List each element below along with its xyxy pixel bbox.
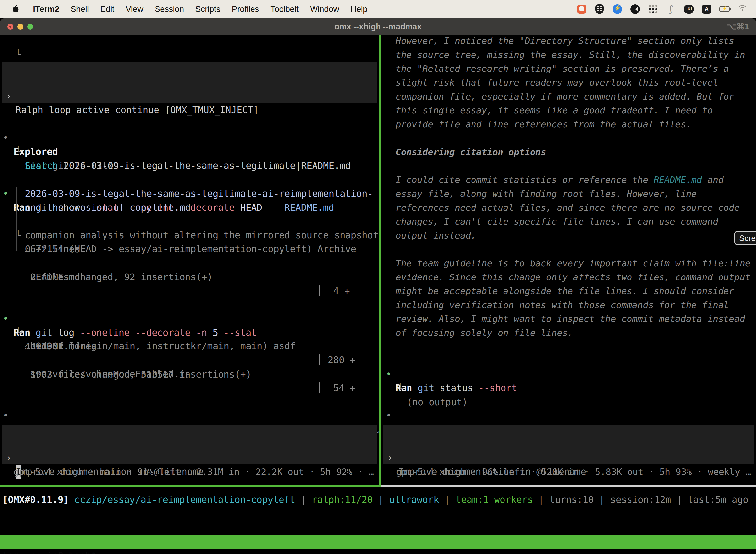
thinking-line: However, I noticed the "Directory Struct… <box>396 35 734 48</box>
head-token: HEAD <box>240 202 268 213</box>
thinking-line: of focusing solely on file lines. <box>396 326 573 340</box>
tree-corner-icon: └ <box>15 228 21 242</box>
dots-grid-icon[interactable] <box>648 4 658 14</box>
menu-edit[interactable]: Edit <box>94 4 120 14</box>
git-show-more: … +2 lines <box>25 242 80 257</box>
separator: | <box>296 494 312 505</box>
squiggle-icon[interactable]: ʃ <box>666 4 676 14</box>
menu-shell[interactable]: Shell <box>65 4 94 14</box>
menu-view[interactable]: View <box>120 4 149 14</box>
thinking-line: slight risk that future readers may over… <box>396 76 718 90</box>
menu-toolbelt[interactable]: Toolbelt <box>265 4 304 14</box>
bullet-icon: • <box>386 409 391 423</box>
readme-link[interactable]: README.md <box>653 175 702 185</box>
separator: | <box>373 494 389 505</box>
menu-help[interactable]: Help <box>345 4 373 14</box>
menubar: iTerm2 Shell Edit View Session Scripts P… <box>0 0 756 18</box>
menu-items: iTerm2 Shell Edit View Session Scripts P… <box>27 4 373 14</box>
git-show-file-line2: and-the-erosion-of-copyleft.md <box>25 201 190 215</box>
separator: | <box>533 494 550 505</box>
git-log-more: … +1901 lines <box>25 340 97 353</box>
menu-profiles[interactable]: Profiles <box>226 4 265 14</box>
thinking-line: this single essay, it seems like a good … <box>396 104 713 117</box>
file-token: README.md <box>285 202 334 213</box>
circle-logo-icon[interactable] <box>630 4 640 14</box>
inject-text: Ralph loop active continue [OMX_TMUX_INJ… <box>16 103 259 117</box>
thinking-line: the source tree, missing the essay. Stil… <box>396 48 745 62</box>
thinking-line: provide file and line references from th… <box>396 117 691 131</box>
menu-window[interactable]: Window <box>304 4 345 14</box>
thinking-line: evidence. Since this change only affects… <box>396 270 750 284</box>
wifi-icon[interactable] <box>737 4 748 14</box>
thinking-line: changes, I can't cite specific file line… <box>396 215 718 229</box>
subcommand-token: status <box>440 383 479 393</box>
search-target: 2026-03-09-is-legal-the-same-as-legitima… <box>58 160 351 171</box>
thinking-text: and <box>702 175 723 185</box>
flags-token: --short <box>479 383 517 393</box>
omx-turns: turns:10 <box>549 494 593 505</box>
prompt-icon: › <box>6 89 11 103</box>
tmux-session-window[interactable]: [omx-cczip0:bash* <box>2 549 97 554</box>
messenger-icon[interactable] <box>612 4 623 14</box>
apple-menu[interactable] <box>10 5 21 14</box>
battery-percent-icon[interactable]: ..61 <box>684 4 694 14</box>
separator: | <box>594 494 611 505</box>
model-status-line: gpt-5.4 xhigh · 96% left · 520K in · 5.8… <box>396 465 751 479</box>
thinking-line: The team guideline is to back every impo… <box>396 257 750 270</box>
git-log-cmd: Ran git log --oneline --decorate -n 5 --… <box>14 326 257 340</box>
window-shortcut-badge: ⌥⌘1 <box>727 18 749 35</box>
git-show-summary: 2 files changed, 92 insertions(+) <box>30 270 212 284</box>
no-output-text: (no output) <box>407 395 467 409</box>
omx-version: [OMX#0.11.9] <box>2 494 74 505</box>
shield-grid-icon[interactable] <box>594 4 605 14</box>
window-titlebar: omx --xhigh --madmax ⌥⌘1 <box>0 18 756 35</box>
omx-team: team:1 workers <box>456 494 533 505</box>
right-pane[interactable]: However, I noticed the "Directory Struct… <box>381 35 756 486</box>
git-token: git <box>36 327 58 338</box>
tree-corner-icon: └ <box>15 48 21 62</box>
thinking-line: I could cite commit statistics or refere… <box>396 173 723 187</box>
search-verb: Search <box>25 160 58 171</box>
tree-corner-icon: └ <box>397 382 403 395</box>
explored-search-text: Search 2026-03-09-is-legal-the-same-as-l… <box>25 159 351 173</box>
thinking-line: companion file, especially if more comme… <box>396 90 734 104</box>
apple-icon <box>12 5 19 14</box>
thinking-line: including verification notes with those … <box>396 298 729 312</box>
tmux-status-bar: [omx-cczip0:bash* "MacBook-Pro-44.local"… <box>0 535 756 549</box>
count-token: 5 <box>212 327 224 338</box>
thinking-heading: Considering citation options <box>396 145 546 159</box>
thinking-line: output instead. <box>396 229 476 242</box>
thinking-line: review. Also, I might want to inspect th… <box>396 312 745 326</box>
menu-iterm2[interactable]: iTerm2 <box>27 4 65 14</box>
thinking-text: I could cite commit statistics or refere… <box>396 175 653 185</box>
dashdash-token: -- <box>268 202 285 213</box>
prompt-input[interactable]: › Improve documentation in @filename <box>2 425 377 464</box>
screen-edge-tooltip: Scre <box>735 231 756 245</box>
omx-mode: ultrawork <box>389 494 439 505</box>
screen-recording-icon[interactable] <box>576 4 587 14</box>
omx-session: session:12m <box>610 494 671 505</box>
prompt-icon: › <box>6 451 11 465</box>
menu-scripts[interactable]: Scripts <box>189 4 226 14</box>
git-log-summary: 1903 files changed, 513517 insertions(+) <box>30 368 251 382</box>
battery-icon[interactable] <box>719 4 730 14</box>
inject-banner[interactable]: › Ralph loop active continue [OMX_TMUX_I… <box>2 62 377 103</box>
model-status-line: gpt-5.4 xhigh · main · 91% left · 2.31M … <box>14 465 374 479</box>
stat-value: │ 4 + <box>317 284 350 298</box>
separator: | <box>671 494 688 505</box>
bullet-icon: • <box>3 409 8 423</box>
inactive-pane-border <box>381 486 756 487</box>
prompt-input[interactable]: › Improve documentation in @filename <box>383 425 754 464</box>
pane-divider[interactable] <box>379 35 381 487</box>
keyboard-layout-icon[interactable]: A <box>701 4 712 14</box>
omx-last: last:5m ago <box>688 494 748 505</box>
subcommand-token: log <box>58 327 80 338</box>
window-title: omx --xhigh --madmax <box>0 18 756 35</box>
git-token: git <box>418 383 440 393</box>
bullet-icon: • <box>3 187 8 201</box>
left-pane[interactable]: └ No agents completed yet › Ralph loop a… <box>0 35 379 486</box>
stat-flag-token: --stat <box>224 327 257 338</box>
menu-session[interactable]: Session <box>149 4 189 14</box>
terminal-area: └ No agents completed yet › Ralph loop a… <box>0 35 756 487</box>
flags-token: --oneline --decorate <box>80 327 196 338</box>
